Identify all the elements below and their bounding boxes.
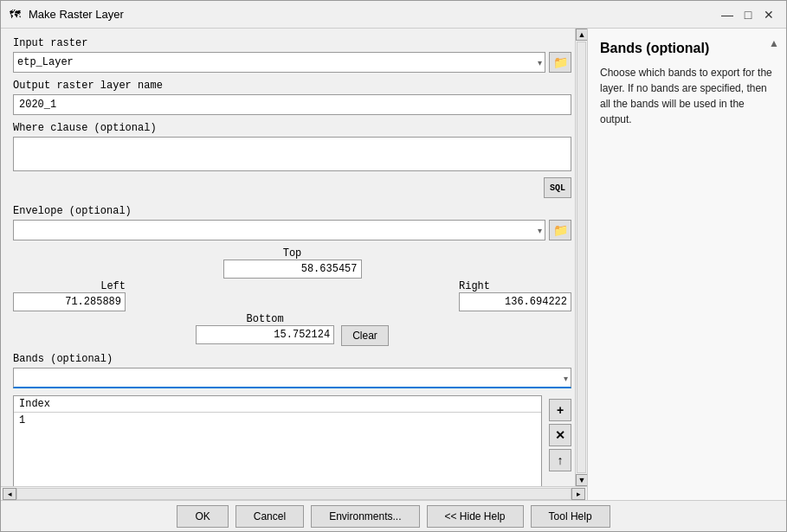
input-raster-dropdown[interactable]: etp_Layer (13, 52, 545, 73)
sql-btn-wrapper: SQL (13, 177, 571, 198)
remove-icon: ✕ (555, 428, 565, 442)
table-row: 1 (14, 413, 541, 429)
envelope-dropdown[interactable] (13, 220, 545, 240)
where-clause-input[interactable] (13, 137, 571, 171)
hide-help-button[interactable]: << Hide Help (427, 505, 524, 528)
horizontal-scrollbar: ◂ ▸ (1, 486, 587, 500)
scroll-left-button[interactable]: ◂ (3, 488, 16, 500)
right-coord-group: Right (459, 280, 571, 311)
title-controls: — □ ✕ (719, 6, 777, 23)
output-name-row (13, 94, 571, 115)
bands-table: Index 1 (14, 396, 541, 428)
minimize-button[interactable]: — (719, 6, 736, 23)
bands-section: Bands (optional) ▾ (13, 353, 571, 388)
maximize-button[interactable]: □ (739, 6, 757, 23)
envelope-dropdown-row: ▾ 📁 (13, 220, 571, 240)
main-content: Input raster etp_Layer ▾ 📁 Ou (1, 29, 786, 500)
tool-help-button[interactable]: Tool Help (531, 505, 610, 528)
input-raster-folder-btn[interactable]: 📁 (549, 52, 571, 73)
right-label: Right (459, 280, 490, 292)
h-scroll-track[interactable] (16, 488, 571, 500)
environments-button[interactable]: Environments... (311, 505, 419, 528)
bands-table-container: Index 1 (13, 395, 542, 486)
output-name-label: Output raster layer name (13, 80, 571, 92)
top-coord-group: Top (223, 247, 362, 279)
left-input[interactable] (13, 292, 126, 311)
bottom-coord-group: Bottom (196, 313, 334, 344)
cancel-button[interactable]: Cancel (235, 505, 304, 528)
envelope-label: Envelope (optional) (13, 205, 571, 217)
where-clause-label: Where clause (optional) (13, 122, 571, 134)
bands-table-header: Index (14, 396, 541, 413)
left-coord-group: Left (13, 280, 126, 311)
bands-dropdown-wrapper: ▾ (13, 368, 571, 388)
title-bar: 🗺 Make Raster Layer — □ ✕ (1, 1, 786, 29)
output-name-input[interactable] (13, 94, 571, 115)
help-scroll-up-button[interactable]: ▲ (769, 37, 779, 49)
envelope-folder-btn[interactable]: 📁 (549, 220, 571, 240)
scroll-up-button[interactable]: ▲ (576, 29, 587, 41)
envelope-dropdown-wrapper: ▾ (13, 220, 545, 240)
scroll-track[interactable] (577, 42, 586, 473)
help-title: Bands (optional) (600, 41, 774, 56)
left-label: Left (100, 280, 126, 292)
help-panel: ▲ Bands (optional) Choose which bands to… (587, 29, 786, 500)
help-body: Choose which bands to export for the lay… (600, 65, 774, 127)
move-up-button[interactable]: ↑ (549, 449, 571, 471)
coord-grid: Top Left Righ (13, 247, 571, 346)
main-window: 🗺 Make Raster Layer — □ ✕ Input raster e… (0, 0, 787, 532)
scroll-right-button[interactable]: ▸ (571, 488, 585, 500)
left-panel: Input raster etp_Layer ▾ 📁 Ou (1, 29, 587, 500)
remove-band-button[interactable]: ✕ (549, 424, 571, 446)
add-band-button[interactable]: + (549, 399, 571, 421)
bands-dropdown-row: ▾ (13, 368, 571, 388)
close-button[interactable]: ✕ (760, 6, 777, 23)
table-row-index: 1 (14, 413, 541, 429)
bottom-input[interactable] (196, 325, 334, 344)
bottom-row: Bottom Clear (13, 313, 571, 346)
envelope-section: Envelope (optional) ▾ 📁 (13, 205, 571, 346)
top-row: Top (13, 247, 571, 279)
bands-label: Bands (optional) (13, 353, 571, 365)
right-input[interactable] (459, 292, 571, 311)
input-raster-label: Input raster (13, 37, 571, 49)
input-raster-row: etp_Layer ▾ 📁 (13, 52, 571, 73)
vertical-scrollbar: ▲ ▼ (575, 29, 587, 486)
bottom-label: Bottom (196, 313, 334, 325)
bands-table-section: Index 1 + (13, 395, 571, 486)
window-title: Make Raster Layer (29, 8, 124, 21)
input-raster-dropdown-wrapper: etp_Layer ▾ (13, 52, 545, 73)
title-bar-left: 🗺 Make Raster Layer (10, 8, 124, 22)
folder-icon: 📁 (553, 55, 568, 69)
scroll-down-button[interactable]: ▼ (576, 474, 587, 486)
window-icon: 🗺 (10, 8, 23, 22)
envelope-folder-icon: 📁 (553, 223, 568, 237)
side-buttons: + ✕ ↑ (549, 395, 571, 486)
ok-button[interactable]: OK (177, 505, 228, 528)
bands-dropdown[interactable] (13, 368, 571, 388)
left-side-col: Input raster etp_Layer ▾ 📁 Ou (1, 29, 587, 486)
clear-button[interactable]: Clear (341, 325, 389, 346)
sql-button[interactable]: SQL (544, 177, 571, 198)
footer: OK Cancel Environments... << Hide Help T… (1, 500, 786, 531)
scroll-area: Input raster etp_Layer ▾ 📁 Ou (1, 29, 575, 486)
top-label: Top (223, 247, 362, 260)
middle-row: Left Right (13, 280, 571, 311)
top-input[interactable] (223, 260, 362, 279)
